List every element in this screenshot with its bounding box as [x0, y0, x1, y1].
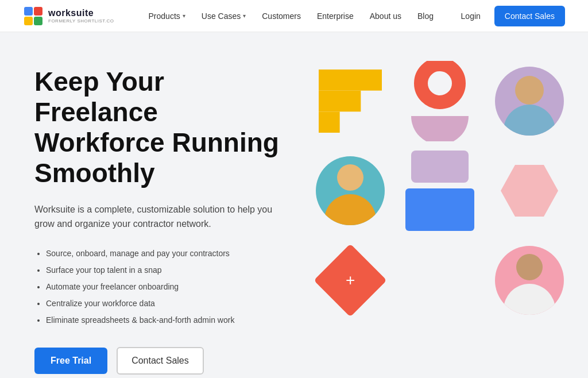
nav-right: Login Contact Sales: [454, 6, 565, 26]
list-item: Surface your top talent in a snap: [46, 264, 287, 276]
hexagon-shape: [501, 165, 558, 217]
hero-title: Keep Your Freelance Workforce Running Sm…: [34, 67, 287, 188]
contact-sales-nav-button[interactable]: Contact Sales: [494, 6, 565, 26]
avatar-woman: [316, 156, 385, 225]
avatar-man2: [495, 246, 564, 315]
blue-rect-shape: [405, 188, 474, 231]
logo-icon: [23, 6, 44, 26]
svg-rect-3: [34, 17, 42, 25]
svg-rect-1: [34, 7, 42, 16]
hero-left: Keep Your Freelance Workforce Running Sm…: [34, 67, 310, 375]
login-button[interactable]: Login: [454, 7, 488, 25]
nav-item-enterprise[interactable]: Enterprise: [310, 7, 361, 25]
diamond-shape: +: [314, 244, 386, 317]
list-item: Eliminate spreadsheets & back-and-forth …: [46, 314, 287, 326]
nav-item-products[interactable]: Products ▾: [142, 7, 192, 25]
shape-diamond-cell: +: [310, 240, 390, 321]
hero-section: Keep Your Freelance Workforce Running Sm…: [0, 32, 588, 378]
nav-item-blog[interactable]: Blog: [411, 7, 440, 25]
avatar-woman-cell: [310, 151, 390, 231]
chevron-down-icon: ▾: [183, 13, 185, 19]
shape-empty-cell: [400, 240, 480, 321]
svg-rect-2: [24, 17, 33, 25]
nav-item-aboutus[interactable]: About us: [363, 7, 408, 25]
svg-rect-0: [24, 7, 33, 16]
avatar-man-cell: [489, 61, 570, 141]
shape-rects-cell: [400, 151, 480, 231]
logo-main-text: worksuite: [48, 8, 114, 18]
svg-rect-5: [319, 91, 361, 112]
list-item: Source, onboard, manage and pay your con…: [46, 248, 287, 260]
svg-rect-6: [319, 70, 382, 91]
nav-item-customers[interactable]: Customers: [255, 7, 308, 25]
avatar-man2-cell: [489, 240, 570, 321]
purple-rect-shape: [411, 151, 469, 183]
hero-visual-grid: +: [310, 61, 570, 321]
list-item: Centralize your workforce data: [46, 298, 287, 310]
nav-links: Products ▾ Use Cases ▾ Customers Enterpr…: [142, 7, 454, 25]
donut-shape: [414, 61, 466, 109]
svg-rect-4: [319, 111, 340, 133]
nav-item-usecases[interactable]: Use Cases ▾: [195, 7, 253, 25]
semicircle-shape: [411, 116, 469, 141]
hero-buttons: Free Trial Contact Sales: [34, 347, 287, 375]
navbar: worksuite formerly shortlist.co Products…: [0, 0, 588, 32]
avatar-man: [495, 67, 564, 136]
logo[interactable]: worksuite formerly shortlist.co: [23, 6, 114, 26]
chevron-down-icon: ▾: [243, 13, 246, 19]
shape-stairs-cell: [310, 61, 390, 141]
contact-sales-hero-button[interactable]: Contact Sales: [117, 347, 204, 375]
free-trial-button[interactable]: Free Trial: [34, 348, 107, 374]
hero-description: Worksuite is a complete, customizable so…: [34, 202, 287, 232]
stairs-shape: [319, 70, 382, 133]
shape-donut-cell: [400, 61, 480, 141]
list-item: Automate your freelancer onboarding: [46, 281, 287, 293]
hero-bullet-list: Source, onboard, manage and pay your con…: [34, 248, 287, 326]
plus-icon: +: [346, 271, 355, 290]
logo-sub-text: formerly shortlist.co: [48, 18, 114, 24]
shape-hexagon-cell: [489, 151, 570, 231]
logo-text: worksuite formerly shortlist.co: [48, 8, 114, 24]
